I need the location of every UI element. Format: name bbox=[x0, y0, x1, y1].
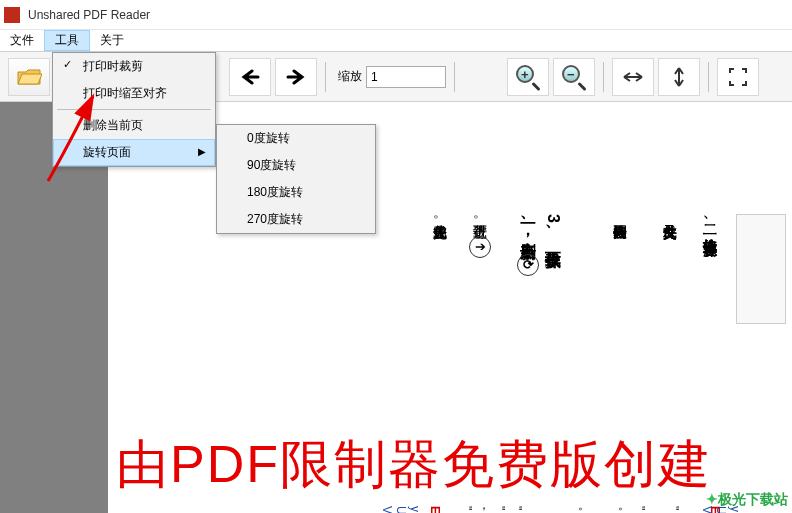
toolbar-divider bbox=[708, 62, 709, 92]
toolbar-divider bbox=[325, 62, 326, 92]
toolbar-divider bbox=[603, 62, 604, 92]
fit-width-button[interactable] bbox=[612, 58, 654, 96]
zoom-in-icon: + bbox=[514, 63, 542, 91]
app-icon bbox=[4, 7, 20, 23]
folder-icon bbox=[16, 66, 42, 88]
page-text: 文件夹。 bbox=[575, 506, 592, 513]
window-title: Unshared PDF Reader bbox=[28, 8, 150, 22]
toolbar-divider bbox=[454, 62, 455, 92]
menu-file[interactable]: 文件 bbox=[0, 30, 44, 51]
zoom-out-button[interactable]: − bbox=[553, 58, 595, 96]
refresh-icon: ⟳ bbox=[517, 254, 539, 276]
menu-rotate-label: 旋转页面 bbox=[83, 145, 131, 159]
page-text: 个文件" 或 "文件 bbox=[631, 506, 682, 513]
page-text: 任务完成为止。 bbox=[615, 506, 632, 513]
fit-height-button[interactable] bbox=[658, 58, 700, 96]
site-logo: ✦极光下载站 bbox=[706, 491, 788, 509]
menu-delete-page[interactable]: 删除当前页 bbox=[53, 112, 215, 139]
menu-print-fit[interactable]: 打印时缩至对齐 bbox=[53, 80, 215, 107]
page-thumbnail bbox=[736, 214, 786, 324]
watermark-text: 由PDF限制器免费版创建 bbox=[116, 432, 712, 498]
rotate-submenu: 0度旋转 90度旋转 180度旋转 270度旋转 bbox=[216, 124, 376, 234]
zoom-out-icon: − bbox=[560, 63, 588, 91]
menubar: 文件 工具 关于 bbox=[0, 30, 792, 52]
watermark-banner: 由PDF限制器免费版创建 bbox=[108, 432, 792, 498]
zoom-in-button[interactable]: + bbox=[507, 58, 549, 96]
rotate-90[interactable]: 90度旋转 bbox=[217, 152, 375, 179]
page-text: 始下载时，"下载" bbox=[458, 506, 492, 513]
fit-height-icon bbox=[671, 66, 687, 88]
page-footer-registered: EGISTERED bbox=[428, 506, 442, 513]
fit-width-icon bbox=[622, 69, 644, 85]
rotate-270[interactable]: 270度旋转 bbox=[217, 206, 375, 233]
zoom-input[interactable] bbox=[366, 66, 446, 88]
rotate-0[interactable]: 0度旋转 bbox=[217, 125, 375, 152]
titlebar: Unshared PDF Reader bbox=[0, 0, 792, 30]
tools-dropdown: 打印时裁剪 打印时缩至对齐 删除当前页 旋转页面 ▶ bbox=[52, 52, 216, 167]
arrow-right-icon bbox=[286, 69, 306, 85]
submenu-arrow-icon: ▶ bbox=[198, 146, 206, 157]
menu-about[interactable]: 关于 bbox=[90, 30, 134, 51]
page-heading: 二、拖拽上传 在资源 bbox=[697, 214, 722, 232]
page-heading: 3、下载操作 bbox=[538, 214, 567, 239]
page-text: 以选择 "单个文件" bbox=[491, 506, 542, 513]
rotate-180[interactable]: 180度旋转 bbox=[217, 179, 375, 206]
menu-rotate-page[interactable]: 旋转页面 ▶ bbox=[53, 139, 215, 166]
arrow-left-icon bbox=[240, 69, 260, 85]
menu-print-crop[interactable]: 打印时裁剪 bbox=[53, 53, 215, 80]
page-text: 载任务完成为止。 bbox=[427, 214, 452, 228]
page-text: 进行下载。 ➔ bbox=[467, 214, 492, 262]
zoom-label: 缩放 bbox=[338, 68, 362, 85]
download-arrow-icon: ➔ bbox=[469, 236, 491, 258]
page-footer-text: y Unregistered Version bbox=[380, 506, 422, 513]
open-file-button[interactable] bbox=[8, 58, 50, 96]
fullscreen-button[interactable] bbox=[717, 58, 759, 96]
fullscreen-icon bbox=[728, 67, 748, 87]
menu-tools[interactable]: 工具 bbox=[44, 30, 90, 51]
prev-page-button[interactable] bbox=[229, 58, 271, 96]
menu-separator bbox=[57, 109, 211, 110]
next-page-button[interactable] bbox=[275, 58, 317, 96]
